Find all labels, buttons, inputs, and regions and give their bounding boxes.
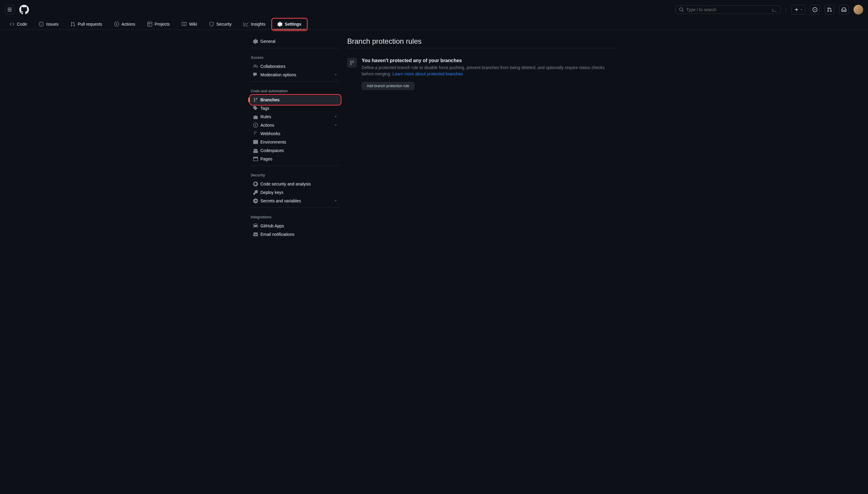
- key-icon: [253, 190, 258, 195]
- gear-icon: [278, 22, 282, 26]
- nav-projects-label: Projects: [155, 22, 170, 26]
- pull-request-icon: [71, 22, 75, 26]
- sidebar-email-notifications-label: Email notifications: [260, 232, 294, 237]
- play-icon: [114, 22, 119, 26]
- code-icon: [9, 22, 15, 26]
- section-integrations: Integrations: [251, 210, 340, 222]
- sidebar-branches-label: Branches: [260, 97, 280, 102]
- sidebar-actions-label: Actions: [260, 123, 274, 128]
- sidebar-codespaces-label: Codespaces: [260, 148, 284, 153]
- sidebar-codespaces[interactable]: Codespaces: [251, 146, 340, 155]
- sidebar-github-apps-label: GitHub Apps: [260, 224, 284, 228]
- nav-wiki-label: Wiki: [189, 22, 197, 26]
- hubot-icon: [253, 224, 258, 228]
- info-box: You haven't protected any of your branch…: [347, 53, 617, 95]
- sidebar-collaborators[interactable]: Collaborators: [251, 62, 340, 71]
- nav-security[interactable]: Security: [204, 19, 237, 30]
- sidebar-secrets-label: Secrets and variables: [260, 198, 301, 203]
- sidebar-rules[interactable]: Rules: [251, 113, 340, 121]
- nav-wiki[interactable]: Wiki: [177, 19, 202, 30]
- sidebar-secrets[interactable]: Secrets and variables: [251, 197, 340, 205]
- page-title: Branch protection rules: [347, 37, 617, 48]
- sidebar-pages-label: Pages: [260, 156, 273, 162]
- plus-icon: [794, 7, 799, 12]
- sidebar-deploy-keys-label: Deploy keys: [260, 190, 283, 195]
- graph-icon: [243, 22, 248, 26]
- sidebar-collaborators-label: Collaborators: [260, 64, 285, 69]
- sidebar-general-label: General: [260, 39, 275, 44]
- browser-icon: [253, 156, 258, 162]
- search-box[interactable]: [675, 5, 781, 14]
- sidebar-environments-label: Environments: [260, 140, 286, 145]
- comment-discussion-icon: [253, 72, 258, 77]
- header-divider: |: [785, 7, 787, 12]
- section-access: Access: [251, 51, 340, 62]
- sidebar-moderation[interactable]: Moderation options: [251, 71, 340, 79]
- play-icon: [253, 123, 258, 128]
- pull-requests-button[interactable]: [825, 5, 834, 15]
- learn-more-link[interactable]: Learn more about protected branches: [392, 72, 463, 76]
- sidebar-deploy-keys[interactable]: Deploy keys: [251, 188, 340, 197]
- pull-request-icon: [827, 7, 832, 12]
- sidebar-code-security[interactable]: Code security and analysis: [251, 180, 340, 188]
- nav-code-label: Code: [17, 22, 27, 26]
- book-icon: [182, 22, 186, 26]
- codespaces-icon: [253, 148, 258, 153]
- nav-insights[interactable]: Insights: [239, 19, 270, 30]
- nav-code[interactable]: Code: [5, 19, 32, 30]
- shield-icon: [209, 22, 214, 26]
- create-new-button[interactable]: [791, 5, 805, 15]
- nav-projects[interactable]: Projects: [142, 19, 175, 30]
- people-icon: [253, 64, 258, 69]
- webhook-icon: [253, 131, 258, 136]
- gear-icon: [253, 39, 258, 44]
- sidebar-environments[interactable]: Environments: [251, 138, 340, 146]
- chevron-down-icon: [334, 124, 338, 127]
- chevron-down-icon: [334, 115, 338, 118]
- codescan-icon: [253, 182, 258, 186]
- sidebar-tags[interactable]: Tags: [251, 104, 340, 113]
- git-branch-icon: [350, 60, 354, 65]
- git-branch-icon: [253, 97, 258, 102]
- info-icon-container: [347, 58, 357, 68]
- info-title: You haven't protected any of your branch…: [362, 58, 617, 63]
- nav-settings[interactable]: Settings: [273, 19, 306, 30]
- nav-actions[interactable]: Actions: [110, 19, 140, 30]
- hamburger-icon: [7, 7, 12, 12]
- nav-security-label: Security: [216, 22, 232, 26]
- user-avatar[interactable]: [853, 5, 863, 15]
- key-asterisk-icon: [253, 198, 258, 203]
- nav-issues[interactable]: Issues: [34, 19, 63, 30]
- sidebar-moderation-label: Moderation options: [260, 72, 296, 77]
- divider: [251, 166, 340, 166]
- section-code-automation: Code and automation: [251, 84, 340, 96]
- notifications-button[interactable]: [839, 5, 849, 15]
- sidebar-branches[interactable]: Branches: [251, 96, 340, 104]
- issue-opened-icon: [39, 22, 44, 26]
- sidebar-tags-label: Tags: [260, 106, 270, 111]
- nav-insights-label: Insights: [251, 22, 265, 26]
- sidebar-webhooks[interactable]: Webhooks: [251, 129, 340, 138]
- add-branch-protection-button[interactable]: Add branch protection rule: [362, 82, 414, 90]
- sidebar-code-security-label: Code security and analysis: [260, 182, 311, 186]
- mail-icon: [253, 232, 258, 237]
- search-input[interactable]: [686, 7, 769, 12]
- nav-actions-label: Actions: [121, 22, 135, 26]
- sidebar-general[interactable]: General: [251, 37, 340, 45]
- nav-settings-label: Settings: [285, 22, 301, 26]
- info-description: Define a protected branch rule to disabl…: [362, 64, 617, 77]
- repo-push-icon: [253, 114, 258, 119]
- nav-pull-requests[interactable]: Pull requests: [66, 19, 107, 30]
- inbox-icon: [842, 7, 846, 12]
- issues-button[interactable]: [810, 5, 820, 15]
- sidebar-github-apps[interactable]: GitHub Apps: [251, 222, 340, 230]
- sidebar-actions[interactable]: Actions: [251, 121, 340, 129]
- hamburger-menu[interactable]: [5, 5, 15, 15]
- sidebar-email-notifications[interactable]: Email notifications: [251, 230, 340, 239]
- tag-icon: [253, 106, 258, 111]
- server-icon: [253, 140, 258, 145]
- section-security: Security: [251, 168, 340, 180]
- sidebar-pages[interactable]: Pages: [251, 155, 340, 163]
- caret-down-icon: [800, 8, 803, 11]
- github-logo[interactable]: [19, 5, 29, 15]
